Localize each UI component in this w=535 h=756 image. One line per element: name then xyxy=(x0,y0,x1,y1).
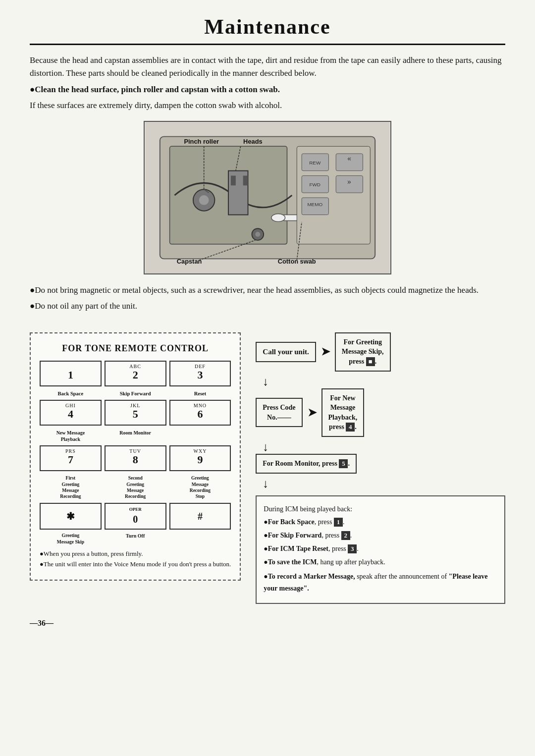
key-star[interactable]: ✱ xyxy=(40,503,102,530)
key8-number: 8 xyxy=(133,454,138,466)
remote-note2: ●The unit will enter into the Voice Menu… xyxy=(40,559,231,570)
key-star-label: GreetingMessage Skip xyxy=(40,533,102,545)
skip-forward-badge: 2 xyxy=(341,531,350,540)
key-hash-label xyxy=(169,533,231,545)
remote-section: FOR TONE REMOTE CONTROL 1 ABC 2 DEF 3 Ba… xyxy=(30,332,505,604)
flow-row-call: Call your unit. ➤ For GreetingMessage Sk… xyxy=(256,332,505,372)
svg-text:»: » xyxy=(347,178,351,186)
page-title: Maintenance xyxy=(30,15,505,39)
flow-row-code: Press CodeNo.—— ➤ For NewMessagePlayback… xyxy=(256,388,505,437)
flow-row-room: For Room Monitor, press 5. xyxy=(256,454,505,474)
key-2[interactable]: ABC 2 xyxy=(105,361,166,386)
keypad-row2: GHI 4 JKL 5 MNO 6 xyxy=(40,400,231,426)
key0-label: Turn Off xyxy=(105,533,166,545)
new-msg-badge: 4 xyxy=(346,423,355,432)
greeting-skip-label: For GreetingMessage Skip,press ■. xyxy=(342,338,384,365)
flow-down3: ↓ xyxy=(256,478,505,489)
diagram-svg: REW « FWD » MEMO Pinch roller Heads Caps… xyxy=(145,122,390,273)
flow-arrow1: ➤ xyxy=(321,345,330,358)
svg-point-12 xyxy=(271,214,285,222)
svg-text:Capstan: Capstan xyxy=(177,258,202,266)
flow-arrow2: ➤ xyxy=(308,406,317,419)
title-divider xyxy=(30,44,505,45)
tape-reset-badge: 3 xyxy=(348,544,357,553)
svg-point-7 xyxy=(199,195,209,205)
key6-label xyxy=(169,430,231,442)
room-monitor-box: For Room Monitor, press 5. xyxy=(256,454,357,474)
press-code-label: Press CodeNo.—— xyxy=(263,404,295,421)
special-row: ✱ OPER 0 # xyxy=(40,503,231,530)
svg-text:MEMO: MEMO xyxy=(307,202,322,207)
bullet1-text: ●Do not bring magnetic or metal objects,… xyxy=(30,283,505,297)
special-row-labels: GreetingMessage Skip Turn Off xyxy=(40,533,231,545)
key4-label: New MessagePlayback xyxy=(40,430,102,442)
instruction2: If these surfaces are extremely dirty, d… xyxy=(30,99,505,112)
bullet2-text: ●Do not oil any part of the unit. xyxy=(30,299,505,313)
instruction2-text: If these surfaces are extremely dirty, d… xyxy=(30,101,282,110)
key3-label: Reset xyxy=(169,390,231,397)
svg-text:Pinch roller: Pinch roller xyxy=(184,138,219,146)
key5-label: Room Monitor xyxy=(105,430,166,442)
key-9[interactable]: WXY 9 xyxy=(169,445,231,471)
svg-point-10 xyxy=(255,232,260,237)
call-unit-label: Call your unit. xyxy=(263,348,309,356)
room-monitor-label: For Room Monitor, press 5. xyxy=(263,460,350,467)
remote-control-box: FOR TONE REMOTE CONTROL 1 ABC 2 DEF 3 Ba… xyxy=(30,332,241,581)
key9-number: 9 xyxy=(197,454,203,466)
key-3[interactable]: DEF 3 xyxy=(169,361,231,386)
svg-text:Heads: Heads xyxy=(243,138,263,146)
key-hash[interactable]: # xyxy=(169,503,231,530)
hash-symbol: # xyxy=(198,511,203,522)
remote-title: FOR TONE REMOTE CONTROL xyxy=(40,343,231,354)
maintenance-paragraph: Because the head and capstan assemblies … xyxy=(30,54,505,80)
maintenance-diagram: REW « FWD » MEMO Pinch roller Heads Caps… xyxy=(144,121,391,274)
key-5[interactable]: JKL 5 xyxy=(105,400,166,426)
greeting-skip-box: For GreetingMessage Skip,press ■. xyxy=(335,332,391,372)
room-monitor-badge: 5 xyxy=(339,459,348,468)
during-bullet5: ●To record a Marker Message, speak after… xyxy=(264,571,497,594)
bullet-points: ●Do not bring magnetic or metal objects,… xyxy=(30,283,505,312)
during-bullet3: ●For ICM Tape Reset, press 3. xyxy=(264,543,497,555)
bold-instruction-text: ●Clean the head surface, pinch roller an… xyxy=(30,85,280,94)
key-0[interactable]: OPER 0 xyxy=(105,503,166,530)
key4-number: 4 xyxy=(68,408,73,420)
svg-rect-4 xyxy=(231,176,236,186)
key9-label: GreetingMessageRecordingStop xyxy=(169,475,231,499)
svg-text:«: « xyxy=(347,154,351,162)
new-message-label: For NewMessagePlayback,press 4. xyxy=(328,394,358,431)
key-4[interactable]: GHI 4 xyxy=(40,400,102,426)
key7-number: 7 xyxy=(68,454,73,466)
key7-label: FirstGreetingMessageRecording xyxy=(40,475,102,499)
svg-rect-5 xyxy=(243,176,248,186)
svg-text:FWD: FWD xyxy=(310,182,321,188)
key2-number: 2 xyxy=(133,369,138,381)
during-title: During ICM being played back: xyxy=(264,503,497,515)
during-box: During ICM being played back: ●For Back … xyxy=(256,495,505,604)
key-8[interactable]: TUV 8 xyxy=(105,445,166,471)
remote-note1: ●When you press a button, press firmly. xyxy=(40,549,231,559)
call-unit-box: Call your unit. xyxy=(256,342,316,362)
key0-number: 0 xyxy=(133,512,138,526)
flow-down2: ↓ xyxy=(256,441,505,453)
key-7[interactable]: PRS 7 xyxy=(40,445,102,471)
keypad-row2-labels: New MessagePlayback Room Monitor xyxy=(40,430,231,442)
maintenance-text-body: Because the head and capstan assemblies … xyxy=(30,55,502,78)
key1-number: 1 xyxy=(68,369,73,381)
key3-number: 3 xyxy=(197,369,203,381)
key-1[interactable]: 1 xyxy=(40,361,102,386)
keypad-row3: PRS 7 TUV 8 WXY 9 xyxy=(40,445,231,471)
flow-down1: ↓ xyxy=(256,376,505,387)
flow-section: Call your unit. ➤ For GreetingMessage Sk… xyxy=(256,332,505,604)
remote-notes: ●When you press a button, press firmly. … xyxy=(40,549,231,570)
key2-label: Skip Forward xyxy=(105,390,166,397)
keypad-row1: 1 ABC 2 DEF 3 xyxy=(40,361,231,386)
during-bullet4: ●To save the ICM, hang up after playback… xyxy=(264,556,497,568)
greeting-skip-badge: ■ xyxy=(366,357,375,366)
back-space-badge: 1 xyxy=(334,518,343,527)
new-message-box: For NewMessagePlayback,press 4. xyxy=(321,388,365,437)
key-6[interactable]: MNO 6 xyxy=(169,400,231,426)
press-code-box: Press CodeNo.—— xyxy=(256,398,302,427)
svg-text:REW: REW xyxy=(309,160,321,165)
key0-oper: OPER xyxy=(129,506,142,513)
key1-label: Back Space xyxy=(40,390,102,397)
